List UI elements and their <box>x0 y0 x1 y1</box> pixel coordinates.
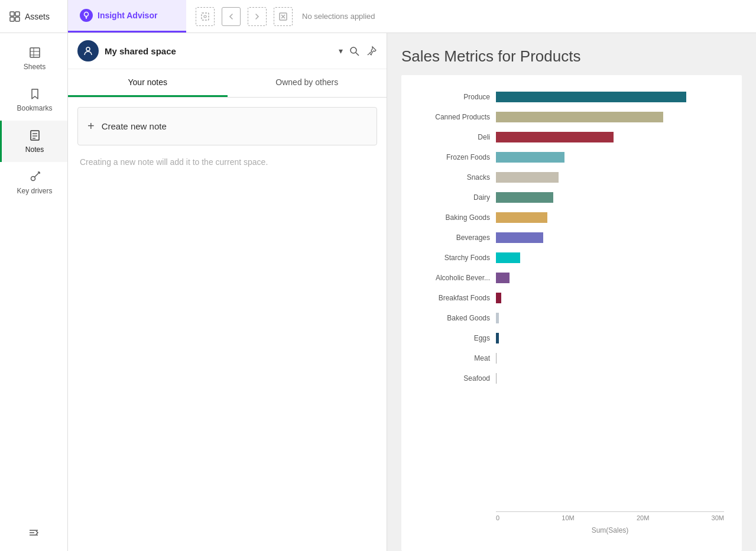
chart-container: ProduceCanned ProductsDeliFrozen FoodsSn… <box>401 75 742 551</box>
key-drivers-icon <box>28 170 41 183</box>
collapse-button[interactable] <box>28 527 40 542</box>
svg-rect-0 <box>10 12 14 16</box>
svg-point-27 <box>86 47 90 51</box>
svg-rect-7 <box>202 13 209 20</box>
notes-panel: My shared space ▾ Your <box>68 33 387 551</box>
x-axis-label: 20M <box>637 514 649 521</box>
bar-track[interactable] <box>496 288 724 308</box>
bar-row: Produce <box>413 87 724 107</box>
space-icon <box>77 40 99 61</box>
assets-button[interactable]: Assets <box>0 0 68 33</box>
bar-track[interactable] <box>496 268 724 288</box>
empty-note-hint: Creating a new note will add it to the c… <box>77 153 377 171</box>
bar-fill <box>496 313 499 323</box>
bar-track[interactable] <box>496 248 724 268</box>
bar-track[interactable] <box>496 147 724 167</box>
sidebar-item-key-drivers[interactable]: Key drivers <box>0 162 67 203</box>
bar-row: Baked Goods <box>413 308 724 328</box>
bar-row: Breakfast Foods <box>413 288 724 308</box>
svg-line-29 <box>356 53 359 56</box>
bar-fill <box>496 373 497 384</box>
bar-fill <box>496 252 520 263</box>
panel-header: My shared space ▾ <box>68 33 387 69</box>
pin-icon <box>366 46 377 56</box>
bar-track[interactable] <box>496 328 724 348</box>
assets-label: Assets <box>25 12 50 21</box>
x-axis-label: 30M <box>712 514 724 521</box>
notes-label: Notes <box>25 145 44 154</box>
space-dropdown-button[interactable]: ▾ <box>339 46 343 56</box>
svg-rect-16 <box>31 131 39 140</box>
bar-label: Eggs <box>413 334 496 342</box>
bar-chart: ProduceCanned ProductsDeliFrozen FoodsSn… <box>413 87 724 509</box>
back-button[interactable] <box>222 7 241 26</box>
search-icon <box>349 46 359 56</box>
bar-row: Canned Products <box>413 107 724 127</box>
tab-owned-by-others[interactable]: Owned by others <box>228 69 387 97</box>
bar-label: Dairy <box>413 193 496 202</box>
notes-icon <box>28 129 41 142</box>
sidebar: Sheets Bookmarks Notes Key <box>0 33 68 551</box>
bar-track[interactable] <box>496 127 724 147</box>
bar-row: Starchy Foods <box>413 248 724 268</box>
chart-area: Sales Metrics for Products ProduceCanned… <box>387 33 756 551</box>
panel-header-actions <box>349 46 377 56</box>
bar-track[interactable] <box>496 228 724 248</box>
bar-row: Eggs <box>413 328 724 348</box>
x-axis-label: 0 <box>496 514 499 521</box>
bar-track[interactable] <box>496 208 724 228</box>
insight-advisor-label: Insight Advisor <box>98 11 157 20</box>
bar-label: Deli <box>413 133 496 141</box>
space-name: My shared space <box>105 46 333 56</box>
bar-label: Seafood <box>413 374 496 383</box>
svg-line-30 <box>368 54 369 55</box>
sidebar-bottom <box>0 517 67 551</box>
x-axis-labels: 010M20M30M <box>496 512 724 524</box>
plus-icon: + <box>87 119 95 133</box>
bar-fill <box>496 333 499 343</box>
bar-row: Seafood <box>413 368 724 388</box>
bar-fill <box>496 132 614 142</box>
bar-track[interactable] <box>496 308 724 328</box>
forward-button[interactable] <box>248 7 267 26</box>
bar-label: Produce <box>413 93 496 101</box>
svg-rect-3 <box>15 17 20 21</box>
panel-pin-button[interactable] <box>366 46 377 56</box>
bar-fill <box>496 212 547 223</box>
bar-fill <box>496 92 686 102</box>
sheets-label: Sheets <box>24 63 46 71</box>
tab-your-notes[interactable]: Your notes <box>68 69 228 97</box>
svg-point-4 <box>85 12 89 17</box>
bar-row: Alcoholic Bever... <box>413 268 724 288</box>
lasso-select-button[interactable] <box>196 7 215 26</box>
create-note-button[interactable]: + Create new note <box>77 107 377 145</box>
insight-icon <box>80 9 93 22</box>
svg-line-21 <box>34 172 40 177</box>
bar-row: Meat <box>413 348 724 368</box>
sidebar-item-sheets[interactable]: Sheets <box>0 38 67 79</box>
bar-row: Snacks <box>413 167 724 187</box>
bar-track[interactable] <box>496 107 724 127</box>
bar-track[interactable] <box>496 167 724 187</box>
sidebar-item-bookmarks[interactable]: Bookmarks <box>0 79 67 121</box>
bar-row: Frozen Foods <box>413 147 724 167</box>
bar-track[interactable] <box>496 87 724 107</box>
x-axis-label: 10M <box>562 514 574 521</box>
bar-track[interactable] <box>496 368 724 388</box>
bar-label: Snacks <box>413 173 496 181</box>
main-area: Sheets Bookmarks Notes Key <box>0 33 756 551</box>
topbar: Assets Insight Advisor <box>0 0 756 33</box>
svg-rect-1 <box>15 12 20 16</box>
panel-search-button[interactable] <box>349 46 359 56</box>
bar-fill <box>496 293 501 303</box>
bar-track[interactable] <box>496 348 724 368</box>
bookmarks-label: Bookmarks <box>17 104 52 112</box>
clear-selections-button[interactable] <box>274 7 293 26</box>
bar-label: Baked Goods <box>413 314 496 322</box>
insight-advisor-tab[interactable]: Insight Advisor <box>68 0 186 33</box>
panel-content: + Create new note Creating a new note wi… <box>68 98 387 551</box>
sidebar-item-notes[interactable]: Notes <box>0 121 67 162</box>
svg-rect-2 <box>10 17 14 21</box>
svg-point-28 <box>351 47 356 53</box>
bar-track[interactable] <box>496 187 724 208</box>
